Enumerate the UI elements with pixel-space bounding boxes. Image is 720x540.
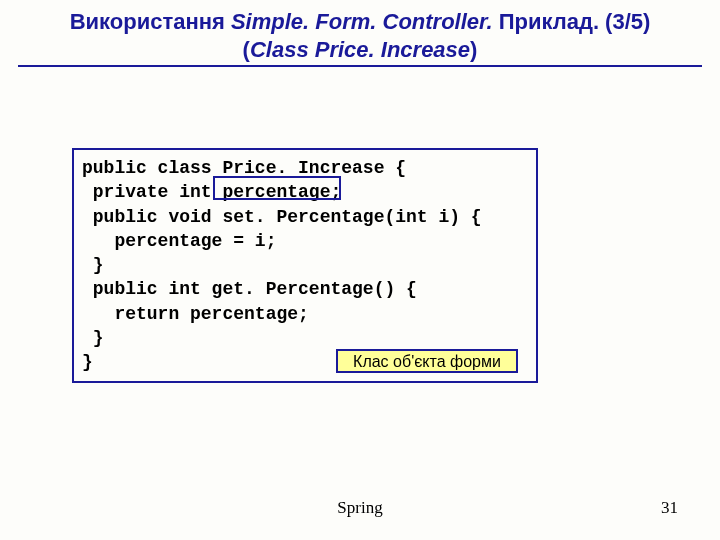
code-line: public void set. Percentage(int i) { [82,207,482,227]
title-text-3: ( [243,37,250,62]
code-line: percentage = i; [82,231,276,251]
annotation-label: Клас об'єкта форми [336,349,518,373]
code-line: public class Price. Increase { [82,158,406,178]
title-italic-1: Simple. Form. Controller. [231,9,499,34]
code-line: return percentage; [82,304,309,324]
title-text-1: Використання [70,9,231,34]
page-number: 31 [661,498,678,518]
code-line: } [82,255,104,275]
page-number-text: 31 [661,498,678,517]
code-line: } [82,328,104,348]
code-line: public int get. Percentage() { [82,279,417,299]
title-block: Використання Simple. Form. Controller. П… [0,0,720,63]
highlight-percentage [213,176,341,200]
slide: Використання Simple. Form. Controller. П… [0,0,720,540]
footer-text: Spring [337,498,382,517]
slide-title: Використання Simple. Form. Controller. П… [18,8,702,63]
title-underline [18,65,702,67]
title-text-4: ) [470,37,477,62]
title-italic-2: Class Price. Increase [250,37,470,62]
title-text-2: Приклад. (3/5) [499,9,651,34]
footer-center: Spring [0,498,720,518]
code-line: } [82,352,93,372]
annotation-text: Клас об'єкта форми [353,353,501,370]
